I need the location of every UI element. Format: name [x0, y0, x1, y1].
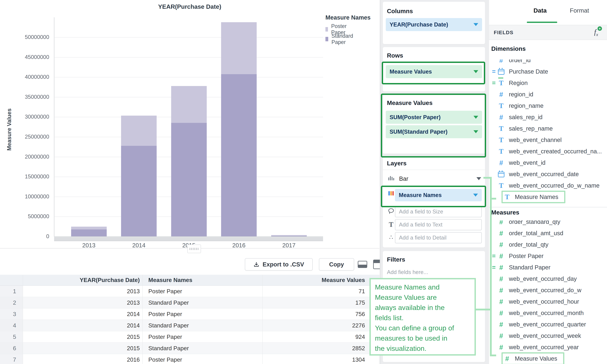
row-number: 7	[0, 354, 23, 364]
y-tick-label-30000000: 30000000	[24, 113, 49, 120]
export-csv-button[interactable]: Export to .CSV	[245, 258, 313, 271]
field-item-region-name[interactable]: Tregion_name	[489, 100, 607, 111]
bar-2017-poster-paper[interactable]	[271, 235, 307, 235]
field-item-measure-values[interactable]: #Measure Values	[489, 353, 607, 364]
y-tick-label-0: 0	[24, 233, 49, 240]
measure-values-card: Measure Values SUM(Poster Paper) SUM(Sta…	[383, 95, 485, 154]
add-formula-button[interactable]: fx+	[594, 28, 598, 37]
layers-title: Layers	[387, 160, 406, 167]
bar-2014-standard-paper[interactable]	[121, 146, 157, 236]
bar-2015-poster-paper[interactable]	[171, 86, 207, 123]
layer-type-dropdown[interactable]: Bar	[383, 172, 485, 185]
gridline-40000000	[54, 77, 323, 78]
field-item-web-event-occurred-quarter[interactable]: #web_event_occurred_quarter	[489, 319, 607, 330]
layer-color-pill-measure-names[interactable]: Measure Names	[395, 189, 482, 201]
fields-header-bar: FIELDS fx+	[489, 25, 607, 40]
table-row-6[interactable]: 62015Standard Paper2852	[0, 343, 379, 354]
row-number: 1	[0, 286, 23, 297]
table-row-3[interactable]: 32014Poster Paper756	[0, 309, 379, 320]
tab-format[interactable]: Format	[570, 7, 589, 14]
cell-measure-value: 1304	[262, 354, 379, 364]
field-item-web-event-id[interactable]: #web_event_id	[489, 157, 607, 169]
field-item-web-event-occurred-do-w[interactable]: #web_event_occurred_do_w	[489, 285, 607, 296]
table-row-1[interactable]: 12013Poster Paper71	[0, 286, 379, 297]
field-item-web-event-created-occurred-na-[interactable]: Tweb_event_created_occurred_na...	[489, 146, 607, 157]
filters-title: Filters	[387, 256, 405, 263]
y-tick-label-20000000: 20000000	[24, 153, 49, 160]
columns-pill-year-purchase-date[interactable]: YEAR(Purchase Date)	[386, 18, 482, 31]
field-item-sales-rep-name[interactable]: Tsales_rep_name	[489, 123, 607, 134]
measure-values-column-header[interactable]: Measure Values	[262, 275, 379, 286]
year-column-header[interactable]: YEAR(Purchase Date)	[23, 275, 143, 286]
field-item-region-id[interactable]: #region_id	[489, 89, 607, 100]
legend-item-standard-paper[interactable]: Standard Paper	[325, 36, 355, 42]
field-item-order-total-amt-usd[interactable]: #order_total_amt_usd	[489, 228, 607, 239]
bar-2017-standard-paper[interactable]	[271, 236, 307, 236]
field-item-web-event-occurred-month[interactable]: #web_event_occurred_month	[489, 307, 607, 319]
measure-names-column-header[interactable]: Measure Names	[143, 275, 262, 286]
fields-header: FIELDS	[489, 30, 594, 35]
field-label: order_standard_qty	[505, 221, 560, 225]
number-field-icon: #	[497, 113, 505, 121]
field-item-web-event-occurred-hour[interactable]: #web_event_occurred_hour	[489, 296, 607, 307]
table-row-5[interactable]: 52015Poster Paper924	[0, 331, 379, 343]
number-field-icon: #	[497, 309, 505, 317]
field-item-order-id[interactable]: #order_id	[489, 60, 607, 66]
text-field-icon: T	[497, 79, 505, 87]
chevron-down-icon	[473, 130, 478, 133]
legend-item-poster-paper[interactable]: Poster Paper	[325, 26, 348, 32]
field-item-poster-paper[interactable]: =#Poster Paper	[489, 250, 607, 262]
field-item-order-total-qty[interactable]: #order_total_qty	[489, 239, 607, 250]
bar-2016-poster-paper[interactable]	[221, 22, 257, 74]
table-row-7[interactable]: 72016Poster Paper1304	[0, 354, 379, 364]
size-lasso-icon	[387, 208, 395, 215]
measures-list: #order_standard_qty#order_total_amt_usd#…	[489, 221, 607, 364]
add-field-text-input[interactable]: Add a field to Text	[395, 219, 482, 230]
collapse-bottom-pane-icon[interactable]	[358, 261, 367, 268]
copy-button[interactable]: Copy	[319, 258, 354, 271]
chart-scroll-strip[interactable]	[54, 237, 323, 241]
annotation-callout: Measure Names andMeasure Values arealway…	[370, 278, 476, 356]
x-tick-label-2014: 2014	[121, 242, 157, 249]
cell-measure-name: Standard Paper	[143, 343, 262, 354]
field-item-web-event-occurred-day[interactable]: #web_event_occurred_day	[489, 273, 607, 285]
measure-pill-sum-standard-paper[interactable]: SUM(Standard Paper)	[386, 125, 482, 138]
field-item-web-event-occurred-week[interactable]: #web_event_occurred_week	[489, 330, 607, 341]
bar-2013-standard-paper[interactable]	[71, 229, 107, 236]
rows-pill-measure-values[interactable]: Measure Values	[386, 65, 482, 78]
add-field-detail-input[interactable]: Add a field to Detail	[395, 232, 482, 243]
bar-2013-poster-paper[interactable]	[71, 227, 107, 229]
y-axis-line	[54, 17, 54, 237]
field-item-measure-names[interactable]: TMeasure Names	[489, 191, 607, 203]
filters-drop-zone[interactable]: Add fields here...	[387, 269, 428, 275]
table-row-4[interactable]: 42014Standard Paper2276	[0, 320, 379, 331]
table-row-2[interactable]: 22013Standard Paper175	[0, 297, 379, 309]
y-tick-label-45000000: 45000000	[24, 53, 49, 61]
field-item-web-event-occurred-do-w-name[interactable]: Tweb_event_occurred_do_w_name	[489, 180, 607, 191]
field-item-standard-paper[interactable]: =#Standard Paper	[489, 262, 607, 273]
tab-data[interactable]: Data	[534, 7, 547, 14]
pane-resize-handle[interactable]	[187, 245, 201, 253]
drag-dots-icon	[190, 248, 199, 250]
color-legend-icon	[387, 190, 395, 197]
dimensions-list: #order_id=Purchase Date=TRegion#region_i…	[489, 60, 607, 207]
bar-2015-standard-paper[interactable]	[171, 123, 207, 236]
field-item-web-event-occurred-date[interactable]: web_event_occurred_date	[489, 169, 607, 180]
measure-pill-sum-poster-paper[interactable]: SUM(Poster Paper)	[386, 111, 482, 124]
chevron-down-icon	[473, 116, 478, 119]
x-tick-label-2016: 2016	[221, 242, 257, 249]
field-item-order-standard-qty[interactable]: #order_standard_qty	[489, 221, 607, 228]
geo-field-mark	[498, 77, 503, 79]
annotation-text: Measure Names andMeasure Values arealway…	[371, 279, 474, 353]
bar-2016-standard-paper[interactable]	[221, 74, 257, 236]
bar-2014-poster-paper[interactable]	[121, 116, 157, 146]
field-item-purchase-date[interactable]: =Purchase Date	[489, 66, 607, 77]
cell-year: 2015	[23, 331, 143, 343]
field-item-web-event-occurred-year[interactable]: #web_event_occurred_year	[489, 341, 607, 353]
field-label: order_total_amt_usd	[505, 230, 563, 236]
field-item-sales-rep-id[interactable]: #sales_rep_id	[489, 111, 607, 123]
field-item-web-event-channel[interactable]: Tweb_event_channel	[489, 134, 607, 146]
add-field-size-input[interactable]: Add a field to Size	[395, 206, 482, 217]
text-icon: T	[387, 221, 395, 228]
field-item-region[interactable]: =TRegion	[489, 77, 607, 89]
